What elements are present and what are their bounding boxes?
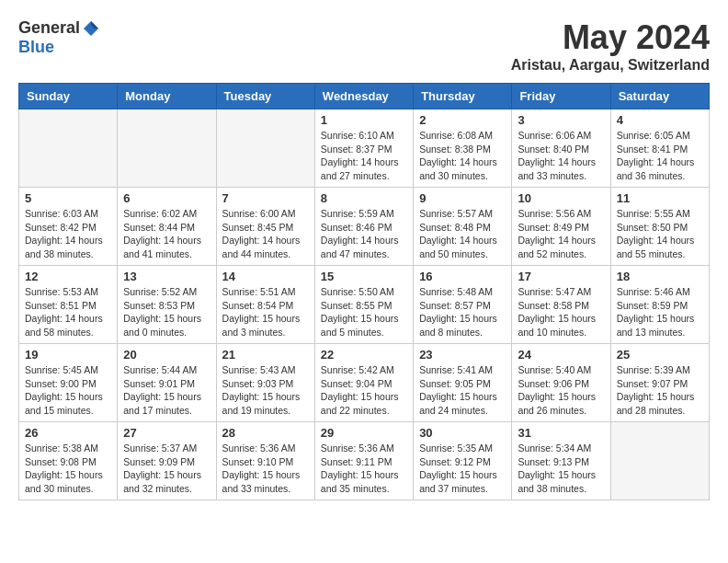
day-info: Sunrise: 5:36 AM Sunset: 9:11 PM Dayligh…: [321, 442, 407, 496]
calendar-cell: 17Sunrise: 5:47 AM Sunset: 8:58 PM Dayli…: [512, 266, 610, 344]
calendar-cell: 2Sunrise: 6:08 AM Sunset: 8:38 PM Daylig…: [414, 109, 512, 188]
day-number: 21: [222, 348, 309, 362]
day-number: 24: [518, 348, 604, 362]
day-number: 6: [123, 191, 210, 205]
calendar-table: SundayMondayTuesdayWednesdayThursdayFrid…: [18, 83, 710, 500]
calendar-cell: [118, 109, 216, 188]
weekday-header-row: SundayMondayTuesdayWednesdayThursdayFrid…: [19, 84, 710, 109]
day-number: 11: [617, 191, 703, 205]
calendar-cell: 16Sunrise: 5:48 AM Sunset: 8:57 PM Dayli…: [414, 266, 512, 344]
calendar-cell: 24Sunrise: 5:40 AM Sunset: 9:06 PM Dayli…: [512, 344, 610, 422]
calendar-cell: 11Sunrise: 5:55 AM Sunset: 8:50 PM Dayli…: [610, 188, 709, 266]
day-number: 17: [518, 270, 604, 283]
day-info: Sunrise: 5:50 AM Sunset: 8:55 PM Dayligh…: [321, 285, 407, 339]
day-info: Sunrise: 5:43 AM Sunset: 9:03 PM Dayligh…: [222, 363, 309, 418]
weekday-header-saturday: Saturday: [610, 84, 709, 109]
calendar-cell: 4Sunrise: 6:05 AM Sunset: 8:41 PM Daylig…: [610, 109, 709, 188]
calendar-cell: 18Sunrise: 5:46 AM Sunset: 8:59 PM Dayli…: [610, 266, 709, 344]
calendar-cell: 22Sunrise: 5:42 AM Sunset: 9:04 PM Dayli…: [314, 344, 413, 422]
day-number: 28: [222, 426, 309, 440]
calendar-cell: 7Sunrise: 6:00 AM Sunset: 8:45 PM Daylig…: [216, 188, 314, 266]
week-row-3: 12Sunrise: 5:53 AM Sunset: 8:51 PM Dayli…: [19, 266, 710, 344]
day-info: Sunrise: 5:56 AM Sunset: 8:49 PM Dayligh…: [518, 207, 604, 261]
calendar-cell: 3Sunrise: 6:06 AM Sunset: 8:40 PM Daylig…: [512, 109, 610, 188]
calendar-cell: 26Sunrise: 5:38 AM Sunset: 9:08 PM Dayli…: [19, 422, 118, 500]
day-number: 31: [518, 426, 604, 440]
day-info: Sunrise: 6:06 AM Sunset: 8:40 PM Dayligh…: [518, 129, 604, 183]
week-row-1: 1Sunrise: 6:10 AM Sunset: 8:37 PM Daylig…: [19, 109, 710, 188]
day-number: 3: [518, 113, 604, 127]
weekday-header-sunday: Sunday: [19, 84, 118, 109]
week-row-5: 26Sunrise: 5:38 AM Sunset: 9:08 PM Dayli…: [19, 422, 710, 500]
calendar-cell: 6Sunrise: 6:02 AM Sunset: 8:44 PM Daylig…: [118, 188, 216, 266]
day-number: 29: [321, 426, 407, 440]
day-number: 19: [25, 348, 111, 362]
calendar-cell: 30Sunrise: 5:35 AM Sunset: 9:12 PM Dayli…: [414, 422, 512, 500]
day-number: 27: [123, 426, 210, 440]
calendar-cell: 25Sunrise: 5:39 AM Sunset: 9:07 PM Dayli…: [610, 344, 709, 422]
day-number: 8: [321, 191, 407, 205]
day-info: Sunrise: 5:42 AM Sunset: 9:04 PM Dayligh…: [321, 363, 407, 418]
day-number: 9: [419, 191, 506, 205]
day-number: 13: [123, 270, 210, 283]
day-number: 10: [518, 191, 604, 205]
calendar-cell: 12Sunrise: 5:53 AM Sunset: 8:51 PM Dayli…: [19, 266, 118, 344]
calendar-cell: 10Sunrise: 5:56 AM Sunset: 8:49 PM Dayli…: [512, 188, 610, 266]
day-info: Sunrise: 5:45 AM Sunset: 9:00 PM Dayligh…: [25, 363, 111, 418]
day-number: 12: [25, 270, 111, 283]
day-info: Sunrise: 5:35 AM Sunset: 9:12 PM Dayligh…: [419, 442, 506, 496]
day-info: Sunrise: 6:08 AM Sunset: 8:38 PM Dayligh…: [419, 129, 506, 183]
calendar-cell: [610, 422, 709, 500]
day-info: Sunrise: 6:00 AM Sunset: 8:45 PM Dayligh…: [222, 207, 309, 261]
calendar-cell: 13Sunrise: 5:52 AM Sunset: 8:53 PM Dayli…: [118, 266, 216, 344]
day-number: 23: [419, 348, 506, 362]
logo-icon: [82, 19, 100, 38]
day-info: Sunrise: 6:02 AM Sunset: 8:44 PM Dayligh…: [123, 207, 210, 261]
day-info: Sunrise: 5:34 AM Sunset: 9:13 PM Dayligh…: [518, 442, 604, 496]
day-info: Sunrise: 6:05 AM Sunset: 8:41 PM Dayligh…: [617, 129, 703, 183]
day-number: 18: [617, 270, 703, 283]
calendar-cell: 28Sunrise: 5:36 AM Sunset: 9:10 PM Dayli…: [216, 422, 314, 500]
day-number: 20: [123, 348, 210, 362]
week-row-4: 19Sunrise: 5:45 AM Sunset: 9:00 PM Dayli…: [19, 344, 710, 422]
calendar-cell: 14Sunrise: 5:51 AM Sunset: 8:54 PM Dayli…: [216, 266, 314, 344]
day-info: Sunrise: 5:52 AM Sunset: 8:53 PM Dayligh…: [123, 285, 210, 339]
day-info: Sunrise: 5:36 AM Sunset: 9:10 PM Dayligh…: [222, 442, 309, 496]
day-info: Sunrise: 5:59 AM Sunset: 8:46 PM Dayligh…: [321, 207, 407, 261]
calendar-cell: 23Sunrise: 5:41 AM Sunset: 9:05 PM Dayli…: [414, 344, 512, 422]
day-number: 4: [617, 113, 703, 127]
day-info: Sunrise: 5:53 AM Sunset: 8:51 PM Dayligh…: [25, 285, 111, 339]
logo: General Blue: [18, 18, 100, 57]
calendar-cell: 9Sunrise: 5:57 AM Sunset: 8:48 PM Daylig…: [414, 188, 512, 266]
weekday-header-tuesday: Tuesday: [216, 84, 314, 109]
day-number: 25: [617, 348, 703, 362]
day-info: Sunrise: 5:57 AM Sunset: 8:48 PM Dayligh…: [419, 207, 506, 261]
day-number: 5: [25, 191, 111, 205]
weekday-header-wednesday: Wednesday: [314, 84, 413, 109]
calendar-cell: [216, 109, 314, 188]
day-info: Sunrise: 5:38 AM Sunset: 9:08 PM Dayligh…: [25, 442, 111, 496]
day-number: 15: [321, 270, 407, 283]
calendar-cell: 21Sunrise: 5:43 AM Sunset: 9:03 PM Dayli…: [216, 344, 314, 422]
day-info: Sunrise: 5:47 AM Sunset: 8:58 PM Dayligh…: [518, 285, 604, 339]
day-number: 26: [25, 426, 111, 440]
week-row-2: 5Sunrise: 6:03 AM Sunset: 8:42 PM Daylig…: [19, 188, 710, 266]
calendar-cell: [19, 109, 118, 188]
weekday-header-monday: Monday: [118, 84, 216, 109]
page-header: General Blue May 2024 Aristau, Aargau, S…: [18, 18, 710, 74]
calendar-cell: 31Sunrise: 5:34 AM Sunset: 9:13 PM Dayli…: [512, 422, 610, 500]
day-info: Sunrise: 5:39 AM Sunset: 9:07 PM Dayligh…: [617, 363, 703, 418]
day-info: Sunrise: 5:46 AM Sunset: 8:59 PM Dayligh…: [617, 285, 703, 339]
day-info: Sunrise: 5:37 AM Sunset: 9:09 PM Dayligh…: [123, 442, 210, 496]
calendar-cell: 15Sunrise: 5:50 AM Sunset: 8:55 PM Dayli…: [314, 266, 413, 344]
day-number: 14: [222, 270, 309, 283]
calendar-cell: 27Sunrise: 5:37 AM Sunset: 9:09 PM Dayli…: [118, 422, 216, 500]
weekday-header-thursday: Thursday: [414, 84, 512, 109]
calendar-cell: 29Sunrise: 5:36 AM Sunset: 9:11 PM Dayli…: [314, 422, 413, 500]
logo-blue-text: Blue: [18, 38, 54, 57]
location-text: Aristau, Aargau, Switzerland: [511, 57, 710, 74]
day-info: Sunrise: 5:48 AM Sunset: 8:57 PM Dayligh…: [419, 285, 506, 339]
logo-general-text: General: [18, 18, 80, 38]
calendar-cell: 19Sunrise: 5:45 AM Sunset: 9:00 PM Dayli…: [19, 344, 118, 422]
day-number: 2: [419, 113, 506, 127]
